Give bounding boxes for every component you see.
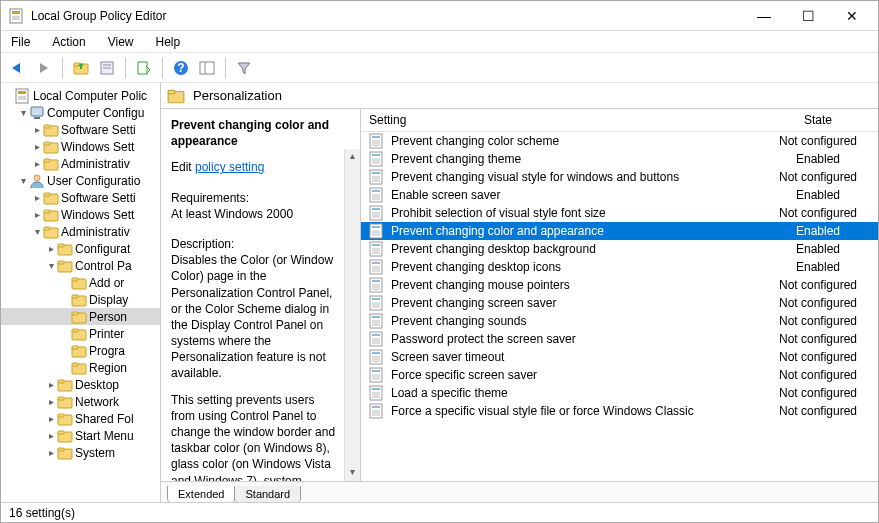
folder-icon — [43, 207, 59, 223]
tree-row[interactable]: Person — [1, 308, 160, 325]
tree-twisty[interactable]: ▾ — [31, 226, 43, 237]
tree-twisty[interactable]: ▸ — [45, 243, 57, 254]
setting-row[interactable]: Force specific screen saverNot configure… — [361, 366, 878, 384]
tree-row[interactable]: Add or — [1, 274, 160, 291]
tree-twisty[interactable]: ▸ — [31, 192, 43, 203]
tree-row[interactable]: Region — [1, 359, 160, 376]
status-text: 16 setting(s) — [9, 506, 75, 520]
setting-name: Load a specific theme — [391, 386, 758, 400]
tree-row[interactable]: ▸Software Setti — [1, 121, 160, 138]
detail-scrollbar[interactable]: ▴▾ — [344, 149, 360, 481]
setting-row[interactable]: Force a specific visual style file or fo… — [361, 402, 878, 420]
setting-row[interactable]: Screen saver timeoutNot configured — [361, 348, 878, 366]
tree-twisty[interactable]: ▾ — [17, 107, 29, 118]
tree-row[interactable]: ▾Administrativ — [1, 223, 160, 240]
tree-twisty[interactable]: ▸ — [45, 447, 57, 458]
tree-row[interactable]: ▾Computer Configu — [1, 104, 160, 121]
tree-label: Start Menu — [75, 429, 134, 443]
menu-action[interactable]: Action — [48, 33, 89, 51]
setting-icon — [369, 349, 385, 365]
setting-row[interactable]: Password protect the screen saverNot con… — [361, 330, 878, 348]
col-state[interactable]: State — [758, 109, 878, 131]
maximize-button[interactable]: ☐ — [794, 8, 822, 24]
setting-icon — [369, 151, 385, 167]
setting-row[interactable]: Prevent changing desktop iconsEnabled — [361, 258, 878, 276]
setting-row[interactable]: Prevent changing screen saverNot configu… — [361, 294, 878, 312]
tree-row[interactable]: ▸Start Menu — [1, 427, 160, 444]
tree-label: Person — [89, 310, 127, 324]
show-hide-tree-button[interactable] — [196, 57, 218, 79]
user-icon — [29, 173, 45, 189]
nav-tree[interactable]: Local Computer Polic▾Computer Configu▸So… — [1, 83, 161, 502]
setting-name: Force a specific visual style file or fo… — [391, 404, 758, 418]
setting-row[interactable]: Prevent changing color schemeNot configu… — [361, 132, 878, 150]
setting-name: Prevent changing theme — [391, 152, 758, 166]
tree-row[interactable]: Local Computer Polic — [1, 87, 160, 104]
tree-row[interactable]: ▸Configurat — [1, 240, 160, 257]
tree-label: Region — [89, 361, 127, 375]
tab-standard[interactable]: Standard — [234, 486, 301, 502]
menu-help[interactable]: Help — [152, 33, 185, 51]
minimize-button[interactable]: — — [750, 8, 778, 24]
setting-state: Not configured — [758, 314, 878, 328]
tree-twisty[interactable]: ▸ — [31, 209, 43, 220]
tree-twisty[interactable]: ▸ — [45, 379, 57, 390]
tree-twisty[interactable]: ▸ — [45, 430, 57, 441]
edit-policy-link[interactable]: policy setting — [195, 160, 264, 174]
properties-button[interactable] — [96, 57, 118, 79]
back-button[interactable] — [7, 57, 29, 79]
tree-twisty[interactable]: ▸ — [31, 124, 43, 135]
setting-row[interactable]: Load a specific themeNot configured — [361, 384, 878, 402]
tree-row[interactable]: ▸Network — [1, 393, 160, 410]
setting-icon — [369, 133, 385, 149]
menu-view[interactable]: View — [104, 33, 138, 51]
tree-row[interactable]: ▸Shared Fol — [1, 410, 160, 427]
tree-row[interactable]: ▸Windows Sett — [1, 206, 160, 223]
tree-label: Software Setti — [61, 191, 136, 205]
up-level-button[interactable] — [70, 57, 92, 79]
tree-label: Local Computer Polic — [33, 89, 147, 103]
close-button[interactable]: ✕ — [838, 8, 866, 24]
setting-row[interactable]: Prevent changing mouse pointersNot confi… — [361, 276, 878, 294]
setting-row[interactable]: Prevent changing soundsNot configured — [361, 312, 878, 330]
tree-twisty[interactable]: ▾ — [17, 175, 29, 186]
setting-icon — [369, 331, 385, 347]
menu-file[interactable]: File — [7, 33, 34, 51]
forward-button[interactable] — [33, 57, 55, 79]
folder-icon — [43, 156, 59, 172]
tree-row[interactable]: ▸Windows Sett — [1, 138, 160, 155]
tree-row[interactable]: ▾Control Pa — [1, 257, 160, 274]
setting-state: Not configured — [758, 170, 878, 184]
tree-row[interactable]: ▸Administrativ — [1, 155, 160, 172]
tree-row[interactable]: ▸Software Setti — [1, 189, 160, 206]
tree-twisty[interactable]: ▾ — [45, 260, 57, 271]
setting-row[interactable]: Prevent changing themeEnabled — [361, 150, 878, 168]
tree-twisty[interactable]: ▸ — [31, 141, 43, 152]
setting-row[interactable]: Prohibit selection of visual style font … — [361, 204, 878, 222]
tree-row[interactable]: Progra — [1, 342, 160, 359]
tree-row[interactable]: ▾User Configuratio — [1, 172, 160, 189]
setting-row[interactable]: Prevent changing desktop backgroundEnabl… — [361, 240, 878, 258]
setting-name: Prevent changing color and appearance — [391, 224, 758, 238]
export-button[interactable] — [133, 57, 155, 79]
settings-list-body[interactable]: Prevent changing color schemeNot configu… — [361, 132, 878, 481]
root-icon — [15, 88, 31, 104]
folder-icon — [43, 190, 59, 206]
tree-twisty[interactable]: ▸ — [45, 413, 57, 424]
col-setting[interactable]: Setting — [361, 109, 758, 131]
tree-twisty[interactable]: ▸ — [45, 396, 57, 407]
tree-row[interactable]: Display — [1, 291, 160, 308]
filter-button[interactable] — [233, 57, 255, 79]
tab-extended[interactable]: Extended — [167, 486, 235, 502]
tree-row[interactable]: ▸System — [1, 444, 160, 461]
help-button[interactable]: ? — [170, 57, 192, 79]
tree-row[interactable]: ▸Desktop — [1, 376, 160, 393]
folder-icon — [57, 428, 73, 444]
setting-row[interactable]: Prevent changing visual style for window… — [361, 168, 878, 186]
setting-row[interactable]: Enable screen saverEnabled — [361, 186, 878, 204]
setting-icon — [369, 223, 385, 239]
description-label: Description: — [171, 236, 336, 252]
setting-row[interactable]: Prevent changing color and appearanceEna… — [361, 222, 878, 240]
tree-twisty[interactable]: ▸ — [31, 158, 43, 169]
tree-row[interactable]: Printer — [1, 325, 160, 342]
